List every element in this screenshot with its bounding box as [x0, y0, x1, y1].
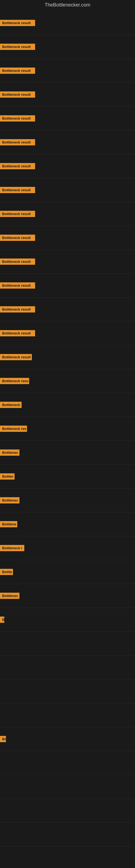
- bottleneck-label-20: Bottler: [0, 473, 14, 479]
- bottleneck-label-7: Bottleneck result: [0, 163, 35, 169]
- bottleneck-row-21: Bottlenec: [0, 489, 135, 513]
- bottleneck-row-5: Bottleneck result: [0, 106, 135, 130]
- bottleneck-row-12: Bottleneck result: [0, 274, 135, 298]
- page-container: TheBottlenecker.com Bottleneck resultBot…: [0, 0, 135, 868]
- bottleneck-row-34: [0, 799, 135, 823]
- bottleneck-row-19: Bottlenec: [0, 441, 135, 465]
- bottleneck-row-4: Bottleneck result: [0, 83, 135, 106]
- bottleneck-row-26: B: [0, 608, 135, 632]
- bottleneck-row-7: Bottleneck result: [0, 154, 135, 178]
- bottleneck-row-28: [0, 656, 135, 680]
- bottleneck-label-13: Bottleneck result: [0, 306, 35, 312]
- bottleneck-label-25: Bottlenec: [0, 593, 19, 599]
- bottleneck-row-3: Bottleneck result: [0, 59, 135, 83]
- bottleneck-label-4: Bottleneck result: [0, 91, 35, 98]
- bottleneck-row-31: Bo: [0, 727, 135, 751]
- bottleneck-row-20: Bottler: [0, 465, 135, 489]
- bottleneck-row-33: [0, 775, 135, 799]
- bottleneck-row-1: Bottleneck result: [0, 11, 135, 35]
- bottleneck-row-15: Bottleneck result: [0, 345, 135, 369]
- bottleneck-label-5: Bottleneck result: [0, 115, 35, 122]
- bottleneck-row-27: [0, 632, 135, 656]
- bottleneck-row-8: Bottleneck result: [0, 178, 135, 202]
- bottleneck-label-12: Bottleneck result: [0, 282, 35, 289]
- bottleneck-label-15: Bottleneck result: [0, 354, 32, 360]
- bottleneck-row-2: Bottleneck result: [0, 35, 135, 59]
- bottleneck-row-29: [0, 680, 135, 703]
- bottleneck-label-23: Bottleneck r: [0, 545, 24, 551]
- bottleneck-label-31: Bo: [0, 736, 6, 742]
- items-container: Bottleneck resultBottleneck resultBottle…: [0, 11, 135, 868]
- bottleneck-row-17: Bottleneck: [0, 393, 135, 417]
- bottleneck-label-16: Bottleneck resu: [0, 378, 29, 384]
- bottleneck-row-14: Bottleneck result: [0, 321, 135, 345]
- bottleneck-label-21: Bottlenec: [0, 497, 19, 503]
- bottleneck-row-24: Bottle: [0, 560, 135, 584]
- bottleneck-row-23: Bottleneck r: [0, 536, 135, 560]
- bottleneck-label-9: Bottleneck result: [0, 211, 35, 217]
- bottleneck-label-24: Bottle: [0, 569, 13, 575]
- bottleneck-row-22: Bottlene: [0, 513, 135, 536]
- bottleneck-label-2: Bottleneck result: [0, 44, 35, 50]
- bottleneck-row-6: Bottleneck result: [0, 130, 135, 154]
- bottleneck-label-19: Bottlenec: [0, 450, 19, 456]
- bottleneck-row-9: Bottleneck result: [0, 202, 135, 226]
- bottleneck-label-18: Bottleneck res: [0, 426, 27, 432]
- bottleneck-row-11: Bottleneck result: [0, 250, 135, 274]
- bottleneck-row-36: [0, 846, 135, 868]
- bottleneck-label-3: Bottleneck result: [0, 67, 35, 74]
- bottleneck-label-17: Bottleneck: [0, 402, 21, 408]
- bottleneck-row-25: Bottlenec: [0, 584, 135, 608]
- bottleneck-row-35: [0, 823, 135, 846]
- bottleneck-label-8: Bottleneck result: [0, 187, 35, 193]
- bottleneck-label-14: Bottleneck result: [0, 330, 35, 336]
- bottleneck-label-1: Bottleneck result: [0, 20, 35, 26]
- bottleneck-label-26: B: [0, 617, 4, 623]
- bottleneck-row-30: [0, 703, 135, 727]
- bottleneck-label-22: Bottlene: [0, 521, 17, 527]
- bottleneck-row-32: [0, 751, 135, 775]
- bottleneck-label-11: Bottleneck result: [0, 258, 35, 265]
- bottleneck-row-18: Bottleneck res: [0, 417, 135, 441]
- site-title: TheBottlenecker.com: [0, 0, 135, 11]
- bottleneck-row-10: Bottleneck result: [0, 226, 135, 250]
- bottleneck-label-6: Bottleneck result: [0, 139, 35, 145]
- bottleneck-row-16: Bottleneck resu: [0, 369, 135, 393]
- bottleneck-row-13: Bottleneck result: [0, 298, 135, 321]
- bottleneck-label-10: Bottleneck result: [0, 235, 35, 241]
